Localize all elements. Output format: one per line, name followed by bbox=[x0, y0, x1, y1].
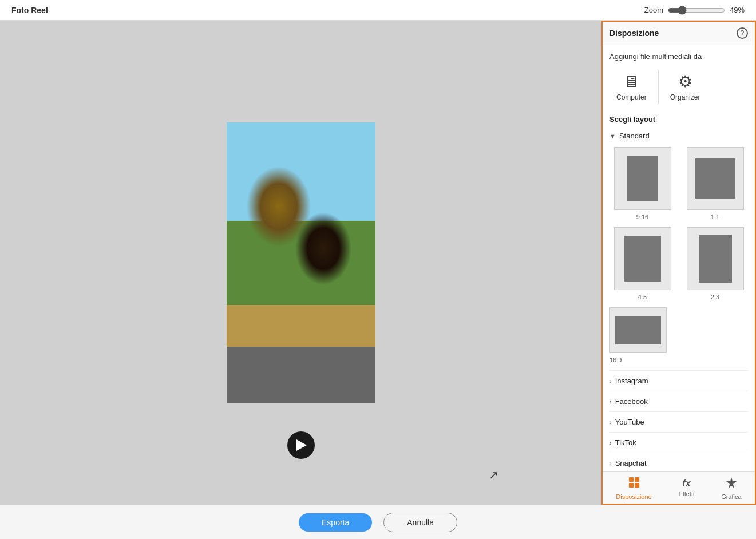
standard-group-header[interactable]: ▼ Standard bbox=[609, 129, 748, 142]
facebook-group[interactable]: › Facebook bbox=[609, 391, 748, 411]
thumb-16-9 bbox=[609, 307, 667, 353]
tab-disposizione[interactable]: Disposizione bbox=[609, 474, 658, 502]
play-icon bbox=[296, 439, 307, 451]
computer-icon: 🖥 bbox=[623, 72, 639, 91]
thumb-9-16 bbox=[614, 147, 671, 210]
tiktok-chevron-icon: › bbox=[609, 439, 612, 446]
disposizione-icon bbox=[628, 476, 640, 492]
layout-grid: 9:16 1:1 4:5 bbox=[609, 147, 748, 300]
tiktok-group[interactable]: › TikTok bbox=[609, 432, 748, 453]
media-sources: 🖥 Computer ⚙ Organizer bbox=[609, 68, 748, 106]
thumb-inner-4-5 bbox=[624, 236, 661, 282]
layout-2-3[interactable]: 2:3 bbox=[682, 227, 748, 300]
svg-rect-2 bbox=[629, 483, 634, 488]
svg-marker-4 bbox=[726, 477, 737, 488]
grafica-tab-label: Grafica bbox=[721, 493, 741, 500]
layout-1-1[interactable]: 1:1 bbox=[682, 147, 748, 220]
instagram-chevron-icon: › bbox=[609, 378, 612, 385]
sidebar-content: Aggiungi file multimediali da 🖥 Computer… bbox=[603, 45, 755, 471]
play-button-area bbox=[287, 431, 315, 459]
instagram-group[interactable]: › Instagram bbox=[609, 370, 748, 391]
canvas-area: ↗ bbox=[0, 21, 601, 505]
cursor-indicator: ↗ bbox=[489, 468, 498, 482]
standard-group-label: Standard bbox=[619, 132, 650, 140]
zoom-value: 49% bbox=[730, 6, 745, 14]
photo-container bbox=[227, 122, 375, 403]
thumb-1-1 bbox=[687, 147, 744, 210]
grafica-icon bbox=[725, 476, 738, 492]
standard-group: ▼ Standard 9:16 1:1 bbox=[609, 129, 748, 363]
zoom-slider[interactable] bbox=[668, 6, 725, 15]
export-button[interactable]: Esporta bbox=[299, 513, 372, 532]
layout-16-9[interactable]: 16:9 bbox=[609, 307, 748, 363]
zoom-control: Zoom 49% bbox=[644, 6, 745, 15]
source-divider bbox=[658, 70, 659, 104]
svg-rect-0 bbox=[629, 477, 634, 482]
snapchat-group[interactable]: › Snapchat bbox=[609, 453, 748, 471]
disposizione-tab-label: Disposizione bbox=[616, 493, 651, 500]
add-media-label: Aggiungi file multimediali da bbox=[609, 52, 748, 61]
ratio-16-9-label: 16:9 bbox=[609, 356, 622, 363]
thumb-inner-9-16 bbox=[627, 156, 658, 201]
cancel-button[interactable]: Annulla bbox=[383, 513, 457, 532]
youtube-chevron-icon: › bbox=[609, 419, 612, 426]
photo-preview bbox=[227, 122, 375, 403]
source-organizer[interactable]: ⚙ Organizer bbox=[663, 68, 707, 106]
layout-9-16[interactable]: 9:16 bbox=[609, 147, 675, 220]
thumb-2-3 bbox=[687, 227, 744, 290]
ratio-2-3-label: 2:3 bbox=[711, 294, 719, 300]
ratio-1-1-label: 1:1 bbox=[711, 213, 719, 220]
facebook-label: Facebook bbox=[615, 397, 648, 406]
organizer-icon: ⚙ bbox=[678, 72, 692, 91]
instagram-label: Instagram bbox=[615, 376, 648, 385]
help-button[interactable]: ? bbox=[737, 27, 748, 39]
sidebar: Disposizione ? Aggiungi file multimedial… bbox=[601, 21, 756, 505]
svg-rect-1 bbox=[635, 477, 639, 482]
tab-effetti[interactable]: fx Effetti bbox=[671, 476, 701, 500]
snapchat-chevron-icon: › bbox=[609, 460, 612, 467]
thumb-inner-1-1 bbox=[695, 158, 735, 199]
source-computer[interactable]: 🖥 Computer bbox=[609, 68, 654, 106]
thumb-inner-16-9 bbox=[615, 316, 661, 344]
sidebar-bottom-nav: Disposizione fx Effetti Grafica bbox=[603, 471, 755, 504]
facebook-chevron-icon: › bbox=[609, 398, 612, 405]
app-title: Foto Reel bbox=[11, 6, 48, 15]
effetti-icon: fx bbox=[682, 478, 690, 489]
sidebar-title: Disposizione bbox=[609, 29, 659, 38]
tab-grafica[interactable]: Grafica bbox=[714, 474, 748, 502]
youtube-group[interactable]: › YouTube bbox=[609, 411, 748, 432]
thumb-4-5 bbox=[614, 227, 671, 290]
header: Foto Reel Zoom 49% bbox=[0, 0, 756, 21]
standard-chevron-icon: ▼ bbox=[609, 133, 616, 140]
computer-label: Computer bbox=[616, 93, 647, 101]
ratio-9-16-label: 9:16 bbox=[636, 213, 648, 220]
organizer-label: Organizer bbox=[670, 93, 700, 101]
ratio-4-5-label: 4:5 bbox=[638, 294, 647, 300]
choose-layout-label: Scegli layout bbox=[609, 115, 748, 124]
effetti-tab-label: Effetti bbox=[678, 490, 694, 497]
sidebar-header: Disposizione ? bbox=[603, 22, 755, 45]
bottom-bar: Esporta Annulla bbox=[0, 505, 756, 539]
zoom-label: Zoom bbox=[644, 6, 663, 14]
snapchat-label: Snapchat bbox=[615, 459, 647, 467]
layout-4-5[interactable]: 4:5 bbox=[609, 227, 675, 300]
main-area: ↗ Disposizione ? Aggiungi file multimedi… bbox=[0, 21, 756, 505]
svg-rect-3 bbox=[635, 483, 639, 488]
thumb-inner-2-3 bbox=[699, 235, 732, 283]
tiktok-label: TikTok bbox=[615, 438, 636, 447]
youtube-label: YouTube bbox=[615, 418, 644, 426]
play-button[interactable] bbox=[287, 431, 315, 459]
